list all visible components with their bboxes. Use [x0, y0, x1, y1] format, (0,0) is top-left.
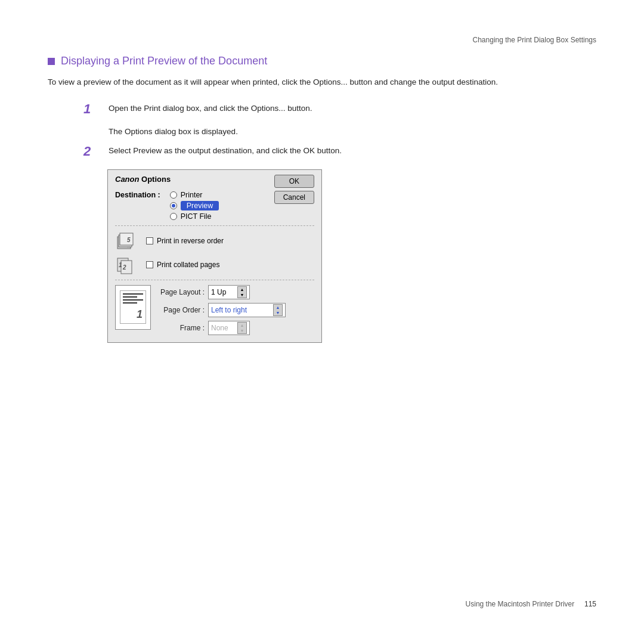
print-options: 5 ... Print in reverse order: [115, 231, 314, 275]
svg-text:...: ...: [127, 243, 131, 249]
thumb-line-3: [123, 299, 143, 301]
thumb-lines: [123, 293, 143, 304]
dialog-title-text: Options: [139, 175, 171, 184]
intro-text: To view a preview of the document as it …: [48, 76, 596, 89]
dialog-buttons: OK Cancel: [274, 175, 314, 204]
thumb-inner: 1: [120, 290, 146, 324]
dialog-inner: Destination : Printer Prev: [108, 186, 321, 342]
top-label: Changing the Print Dialog Box Settings: [48, 36, 596, 44]
svg-text:2: 2: [122, 264, 126, 271]
step-1-sub: The Options dialog box is displayed.: [109, 127, 596, 136]
print-collated-icon: 2 1: [115, 255, 135, 275]
dialog-box: Canon Options OK Cancel Destination :: [107, 169, 322, 343]
radio-preview-label: Preview: [181, 201, 219, 210]
print-reverse-icon: 5 ...: [115, 231, 135, 251]
steps-container: 1 Open the Print dialog box, and click t…: [48, 102, 596, 343]
stepper-down-icon: [240, 292, 244, 298]
page-order-stepper[interactable]: [273, 304, 283, 316]
thumb-line-2: [123, 296, 137, 298]
section-title-text: Displaying a Print Preview of the Docume…: [61, 55, 267, 67]
frame-row: Frame : None: [157, 321, 314, 335]
thumb-line-1: [123, 293, 143, 295]
layout-fields: Page Layout : 1 Up: [157, 285, 314, 335]
svg-rect-2: [120, 233, 133, 245]
print-reverse-row: 5 ... Print in reverse order: [115, 231, 314, 251]
header-label: Changing the Print Dialog Box Settings: [473, 36, 596, 44]
divider-1: [115, 225, 314, 226]
dialog-brand: Canon: [115, 175, 139, 184]
radio-group: Printer Preview PICT Fil: [170, 191, 219, 221]
footer: Using the Macintosh Printer Driver 115: [466, 600, 596, 608]
destination-label: Destination :: [115, 191, 160, 199]
ok-button[interactable]: OK: [274, 175, 314, 188]
page-number: 115: [584, 600, 596, 608]
frame-select[interactable]: None: [208, 321, 250, 335]
footer-label: Using the Macintosh Printer Driver: [466, 600, 575, 608]
radio-printer-label: Printer: [181, 191, 203, 199]
page-layout-label: Page Layout :: [157, 288, 205, 296]
thumb-number: 1: [137, 308, 143, 321]
print-reverse-label: Print in reverse order: [157, 237, 224, 245]
svg-text:1: 1: [119, 262, 122, 268]
step-1-text: Open the Print dialog box, and click the…: [109, 102, 596, 115]
radio-printer[interactable]: Printer: [170, 191, 219, 199]
step-1: 1 Open the Print dialog box, and click t…: [83, 102, 596, 116]
section-icon: [48, 58, 55, 65]
frame-stepper-down: [240, 328, 244, 333]
page-layout-row: Page Layout : 1 Up: [157, 285, 314, 299]
step-1-number: 1: [83, 102, 98, 116]
step-2-number: 2: [83, 144, 98, 159]
section-title: Displaying a Print Preview of the Docume…: [48, 55, 596, 67]
radio-preview-circle: [170, 202, 177, 209]
print-collated-label: Print collated pages: [157, 261, 219, 269]
frame-value: None: [211, 324, 228, 332]
cancel-button[interactable]: Cancel: [274, 191, 314, 204]
step-2-content: Select Preview as the output destination…: [109, 144, 596, 157]
radio-pict-label: PICT File: [181, 212, 212, 221]
page-order-stepper-down: [276, 310, 280, 315]
print-reverse-checkbox[interactable]: Print in reverse order: [146, 237, 224, 245]
svg-text:5: 5: [127, 237, 131, 243]
radio-preview[interactable]: Preview: [170, 201, 219, 210]
step-2: 2 Select Preview as the output destinati…: [83, 144, 596, 159]
thumb-line-4: [123, 302, 137, 304]
frame-stepper[interactable]: [237, 322, 247, 334]
page-layout-value: 1 Up: [211, 288, 226, 296]
print-collated-checkbox[interactable]: Print collated pages: [146, 261, 219, 269]
page-layout-stepper[interactable]: [237, 286, 247, 298]
page-layout-section: 1 Page Layout : 1 Up: [115, 285, 314, 335]
frame-label: Frame :: [157, 324, 205, 332]
page-order-row: Page Order : Left to right: [157, 303, 314, 317]
print-reverse-check-box: [146, 237, 153, 244]
step-2-text: Select Preview as the output destination…: [109, 144, 596, 157]
page-order-stepper-up: [276, 305, 280, 310]
stepper-up-icon: [240, 287, 244, 292]
page-layout-select[interactable]: 1 Up: [208, 285, 250, 299]
radio-printer-circle: [170, 191, 177, 199]
print-collated-row: 2 1 Print collated pages: [115, 255, 314, 275]
print-collated-check-box: [146, 261, 153, 268]
radio-pict[interactable]: PICT File: [170, 212, 219, 221]
frame-stepper-up: [240, 323, 244, 328]
page-order-select[interactable]: Left to right: [208, 303, 286, 317]
page-thumbnail: 1: [115, 285, 151, 330]
page-order-value: Left to right: [211, 306, 247, 314]
page: Changing the Print Dialog Box Settings D…: [0, 0, 644, 644]
radio-pict-circle: [170, 213, 177, 220]
dialog-wrapper: Canon Options OK Cancel Destination :: [107, 169, 596, 343]
step-1-content: Open the Print dialog box, and click the…: [109, 102, 596, 115]
page-order-label: Page Order :: [157, 306, 205, 314]
divider-2: [115, 280, 314, 280]
